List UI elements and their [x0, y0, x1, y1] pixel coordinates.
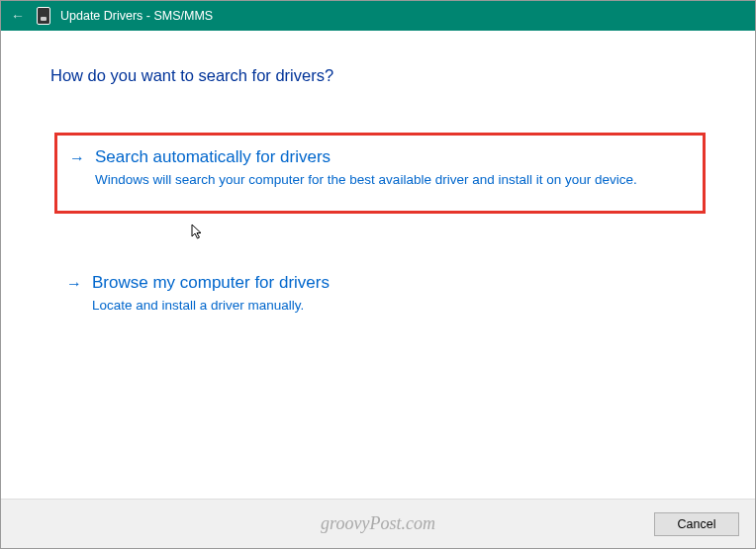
- arrow-right-icon: →: [66, 273, 82, 315]
- option-description: Locate and install a driver manually.: [92, 297, 694, 315]
- options-list: → Search automatically for drivers Windo…: [50, 133, 706, 336]
- option-body: Browse my computer for drivers Locate an…: [92, 273, 694, 315]
- arrow-right-icon: →: [69, 147, 85, 189]
- cancel-button[interactable]: Cancel: [654, 512, 739, 536]
- titlebar: ← Update Drivers - SMS/MMS: [1, 1, 755, 31]
- window-title: Update Drivers - SMS/MMS: [60, 9, 213, 23]
- dialog-footer: groovyPost.com Cancel: [1, 499, 755, 548]
- watermark: groovyPost.com: [321, 513, 435, 534]
- option-search-automatically[interactable]: → Search automatically for drivers Windo…: [54, 133, 706, 214]
- dialog-content: How do you want to search for drivers? →…: [1, 31, 755, 356]
- option-description: Windows will search your computer for th…: [95, 171, 691, 189]
- option-title: Browse my computer for drivers: [92, 273, 694, 293]
- page-title: How do you want to search for drivers?: [50, 66, 706, 85]
- device-icon: [37, 7, 50, 25]
- option-browse-computer[interactable]: → Browse my computer for drivers Locate …: [54, 261, 706, 336]
- option-title: Search automatically for drivers: [95, 147, 691, 167]
- option-body: Search automatically for drivers Windows…: [95, 147, 691, 189]
- back-arrow-icon[interactable]: ←: [9, 8, 27, 24]
